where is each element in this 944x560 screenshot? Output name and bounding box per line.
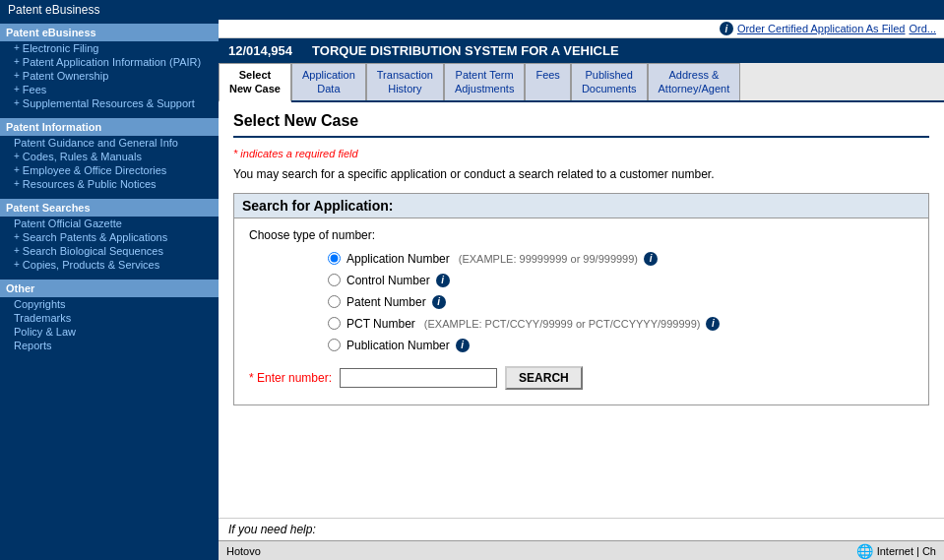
sidebar-plain-item[interactable]: Policy & Law bbox=[6, 325, 213, 339]
plus-icon: + bbox=[14, 42, 20, 53]
sidebar-plain-item[interactable]: Patent Guidance and General Info bbox=[6, 136, 213, 150]
plus-icon: + bbox=[14, 259, 20, 270]
search-body: Choose type of number: Application Numbe… bbox=[233, 218, 929, 405]
tabs-bar: Select New CaseApplication DataTransacti… bbox=[219, 63, 944, 102]
sidebar-item-label: Electronic Filing bbox=[23, 42, 99, 54]
radio-row-application-number: Application Number (EXAMPLE: 99999999 or… bbox=[328, 252, 913, 266]
tab-address-attorney[interactable]: Address & Attorney/Agent bbox=[648, 63, 741, 100]
sidebar-item[interactable]: + Patent Ownership bbox=[6, 69, 213, 83]
order-certified-link[interactable]: Order Certified Application As Filed bbox=[737, 23, 906, 34]
sidebar-section: OtherCopyrightsTrademarksPolicy & LawRep… bbox=[0, 276, 219, 356]
radio-row-pct-number: PCT Number (EXAMPLE: PCT/CCYY/99999 or P… bbox=[328, 317, 913, 331]
sidebar-section-title: Patent Information bbox=[0, 118, 219, 136]
status-left: Hotovo bbox=[226, 545, 261, 557]
sidebar-item-label: Search Biological Sequences bbox=[23, 245, 163, 257]
sidebar-item-label: Copies, Products & Services bbox=[23, 259, 159, 271]
status-bar: Hotovo 🌐 Internet | Ch bbox=[219, 540, 944, 560]
sidebar-item[interactable]: + Codes, Rules & Manuals bbox=[6, 150, 213, 163]
status-right-text: Internet | Ch bbox=[877, 545, 936, 557]
sidebar-item[interactable]: + Employee & Office Directories bbox=[6, 163, 213, 177]
sidebar-item[interactable]: + Search Patents & Applications bbox=[6, 230, 213, 244]
sidebar-section-title: Other bbox=[0, 280, 219, 297]
top-bar-title: Patent eBusiness bbox=[8, 3, 99, 17]
case-number: 12/014,954 bbox=[228, 43, 292, 58]
publication-number-radio[interactable] bbox=[328, 339, 341, 351]
sidebar-item[interactable]: + Supplemental Resources & Support bbox=[6, 96, 213, 110]
sidebar-plain-item[interactable]: Reports bbox=[6, 339, 213, 352]
sidebar-item[interactable]: + Fees bbox=[6, 83, 213, 96]
plus-icon: + bbox=[14, 231, 20, 242]
page-title: Select New Case bbox=[233, 112, 929, 138]
help-text: If you need help: bbox=[228, 523, 316, 536]
globe-icon: 🌐 bbox=[856, 543, 873, 559]
sidebar-item-label: Resources & Public Notices bbox=[23, 178, 157, 190]
search-section-title: Search for Application: bbox=[233, 193, 929, 218]
info-text: You may search for a specific applicatio… bbox=[233, 167, 929, 181]
sidebar-item[interactable]: + Search Biological Sequences bbox=[6, 244, 213, 258]
control-number-label: Control Number bbox=[346, 274, 430, 287]
publication-number-info-icon[interactable]: i bbox=[456, 339, 470, 352]
sidebar-section: Patent eBusiness+ Electronic Filing+ Pat… bbox=[0, 20, 219, 114]
sidebar-item[interactable]: + Patent Application Information (PAIR) bbox=[6, 55, 213, 69]
control-number-radio[interactable] bbox=[328, 274, 341, 286]
pct-number-info-icon[interactable]: i bbox=[706, 317, 720, 331]
enter-number-label: * Enter number: bbox=[249, 371, 332, 385]
control-number-info-icon[interactable]: i bbox=[436, 274, 450, 287]
plus-icon: + bbox=[14, 84, 20, 94]
required-note: * indicates a required field bbox=[233, 148, 929, 159]
plus-icon: + bbox=[14, 178, 20, 189]
tab-select-new-case[interactable]: Select New Case bbox=[219, 63, 291, 102]
order-more: Ord... bbox=[909, 23, 936, 34]
application-number-info-icon[interactable]: i bbox=[644, 252, 658, 266]
patent-number-info-icon[interactable]: i bbox=[432, 295, 446, 309]
sidebar-item-label: Search Patents & Applications bbox=[23, 231, 167, 243]
sidebar-item[interactable]: + Electronic Filing bbox=[6, 41, 213, 55]
radio-row-publication-number: Publication Number i bbox=[328, 339, 913, 352]
sidebar-plain-item[interactable]: Copyrights bbox=[6, 297, 213, 311]
sidebar-section: Patent SearchesPatent Official Gazette+ … bbox=[0, 195, 219, 276]
plus-icon: + bbox=[14, 56, 20, 67]
application-number-example: (EXAMPLE: 99999999 or 99/999999) bbox=[456, 253, 638, 265]
sidebar-item-label: Fees bbox=[23, 84, 46, 95]
status-right: 🌐 Internet | Ch bbox=[856, 543, 936, 559]
pct-number-label: PCT Number bbox=[346, 317, 415, 331]
enter-number-row: * Enter number: SEARCH bbox=[249, 366, 913, 390]
plus-icon: + bbox=[14, 245, 20, 256]
sidebar-item-label: Patent Application Information (PAIR) bbox=[23, 56, 201, 68]
tab-application-data[interactable]: Application Data bbox=[291, 63, 366, 100]
patent-number-label: Patent Number bbox=[346, 295, 426, 309]
sidebar-section: Patent InformationPatent Guidance and Ge… bbox=[0, 114, 219, 195]
help-bar: If you need help: bbox=[219, 518, 944, 540]
tab-transaction-history[interactable]: Transaction History bbox=[366, 63, 444, 100]
plus-icon: + bbox=[14, 70, 20, 81]
sidebar-item-label: Patent Ownership bbox=[23, 70, 108, 82]
tab-published-documents[interactable]: Published Documents bbox=[571, 63, 648, 100]
choose-type-label: Choose type of number: bbox=[249, 228, 913, 242]
sidebar-item[interactable]: + Resources & Public Notices bbox=[6, 177, 213, 191]
sidebar-item[interactable]: + Copies, Products & Services bbox=[6, 258, 213, 272]
radio-group: Application Number (EXAMPLE: 99999999 or… bbox=[249, 252, 913, 352]
info-icon: i bbox=[720, 22, 733, 35]
sidebar-plain-item[interactable]: Patent Official Gazette bbox=[6, 217, 213, 230]
plus-icon: + bbox=[14, 97, 20, 108]
sidebar-plain-item[interactable]: Trademarks bbox=[6, 311, 213, 325]
plus-icon: + bbox=[14, 151, 20, 161]
patent-number-radio[interactable] bbox=[328, 295, 341, 308]
sidebar-section-title: Patent eBusiness bbox=[0, 24, 219, 41]
publication-number-label: Publication Number bbox=[346, 339, 450, 352]
application-number-label: Application Number bbox=[346, 252, 450, 266]
pct-number-radio[interactable] bbox=[328, 317, 341, 330]
sidebar-item-label: Supplemental Resources & Support bbox=[23, 97, 195, 109]
number-input[interactable] bbox=[340, 368, 497, 388]
sidebar-item-label: Employee & Office Directories bbox=[23, 164, 167, 176]
application-number-radio[interactable] bbox=[328, 252, 341, 265]
top-bar: Patent eBusiness bbox=[0, 0, 944, 20]
tab-patent-term-adjustments[interactable]: Patent Term Adjustments bbox=[444, 63, 526, 100]
header-bar: i Order Certified Application As Filed O… bbox=[219, 20, 944, 38]
tab-fees[interactable]: Fees bbox=[525, 63, 570, 100]
sidebar-section-title: Patent Searches bbox=[0, 199, 219, 217]
search-button[interactable]: SEARCH bbox=[505, 366, 583, 390]
content-area: Select New Case * indicates a required f… bbox=[219, 102, 944, 518]
pct-number-example: (EXAMPLE: PCT/CCYY/99999 or PCT/CCYYYY/9… bbox=[421, 318, 701, 330]
radio-row-patent-number: Patent Number i bbox=[328, 295, 913, 309]
